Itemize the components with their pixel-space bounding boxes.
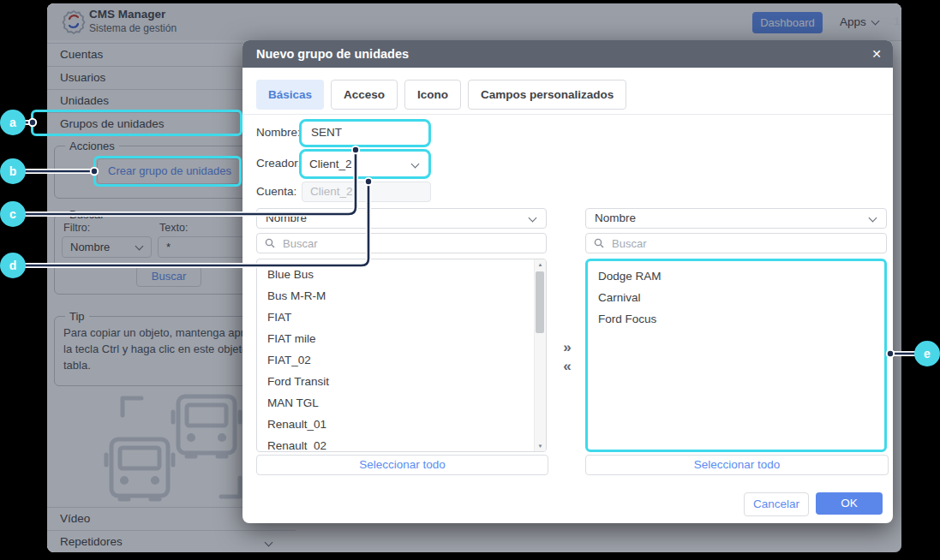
left-sort-select[interactable]: Nombre (256, 208, 547, 229)
new-unit-group-modal: Nuevo grupo de unidades ✕ Básicas Acceso… (242, 40, 893, 523)
available-units-panel: Nombre Blue BusBus M-R-MFIATFIAT mileFIA… (256, 208, 547, 452)
callout-a: a (0, 110, 26, 135)
cancel-button[interactable]: Cancelar (744, 492, 809, 516)
callout-e: e (914, 341, 940, 366)
tabs-divider (242, 114, 893, 115)
move-left-icon[interactable]: « (553, 357, 582, 376)
scroll-down-icon[interactable]: ▼ (535, 444, 546, 449)
search-icon (265, 238, 275, 248)
highlight-crear-grupo-button (93, 156, 242, 187)
screenshot-stage: CMS Manager Sistema de gestión Dashboard… (0, 0, 940, 560)
scrollbar-thumb[interactable] (536, 271, 544, 333)
left-search-input[interactable] (281, 236, 516, 251)
tab-campos-personalizados[interactable]: Campos personalizados (468, 80, 626, 110)
list-item[interactable]: Blue Bus (257, 264, 546, 285)
nombre-field-highlight (299, 119, 431, 147)
selected-units-list: Dodge RAMCarnivalFord Focus (585, 259, 887, 452)
creador-label: Creador: (256, 157, 302, 170)
list-item[interactable]: Renault_01 (257, 414, 546, 435)
callout-c: c (0, 201, 26, 227)
list-item[interactable]: Renault_02 (257, 435, 546, 452)
list-item[interactable]: FIAT_02 (257, 349, 546, 371)
list-item[interactable]: Ford Transit (257, 371, 546, 392)
list-scrollbar[interactable]: ▲ ▼ (534, 259, 546, 451)
highlight-grupos-de-unidades (31, 110, 242, 136)
cuenta-label: Cuenta: (256, 185, 296, 198)
modal-title: Nuevo grupo de unidades (256, 40, 409, 68)
tab-basicas[interactable]: Básicas (256, 80, 324, 110)
list-item[interactable]: Bus M-R-M (257, 285, 546, 307)
list-item[interactable]: Ford Focus (588, 308, 884, 330)
list-item[interactable]: FIAT mile (257, 328, 546, 349)
move-right-icon[interactable]: » (553, 338, 582, 357)
list-item[interactable]: Dodge RAM (588, 265, 884, 287)
selected-units-panel: Nombre Dodge RAMCarnivalFord Focus (585, 208, 887, 452)
creador-select[interactable]: Client_2 (299, 149, 431, 179)
list-item[interactable]: MAN TGL (257, 392, 546, 414)
callout-d: d (0, 253, 26, 278)
transfer-controls: » « (553, 338, 582, 376)
right-search-box (585, 233, 887, 253)
ok-button[interactable]: OK (816, 492, 883, 515)
right-search-input[interactable] (610, 236, 853, 251)
right-sort-select[interactable]: Nombre (585, 208, 887, 229)
nombre-input[interactable] (309, 125, 416, 140)
modal-header: Nuevo grupo de unidades ✕ (242, 40, 893, 68)
tab-acceso[interactable]: Acceso (331, 80, 398, 110)
cuenta-input-disabled: Client_2 (302, 182, 431, 202)
list-item[interactable]: Carnival (588, 287, 884, 308)
select-all-left-button[interactable]: Seleccionar todo (256, 455, 548, 475)
scroll-up-icon[interactable]: ▲ (535, 262, 546, 267)
select-all-right-button[interactable]: Seleccionar todo (585, 455, 889, 475)
available-units-list: Blue BusBus M-R-MFIATFIAT mileFIAT_02For… (256, 259, 547, 452)
list-item[interactable]: FIAT (257, 307, 546, 328)
search-icon (594, 238, 604, 248)
callout-b: b (0, 158, 26, 184)
modal-tabs: Básicas Acceso Icono Campos personalizad… (256, 80, 626, 110)
close-icon[interactable]: ✕ (871, 40, 882, 68)
left-search-box (256, 233, 547, 253)
tab-icono[interactable]: Icono (404, 80, 461, 110)
